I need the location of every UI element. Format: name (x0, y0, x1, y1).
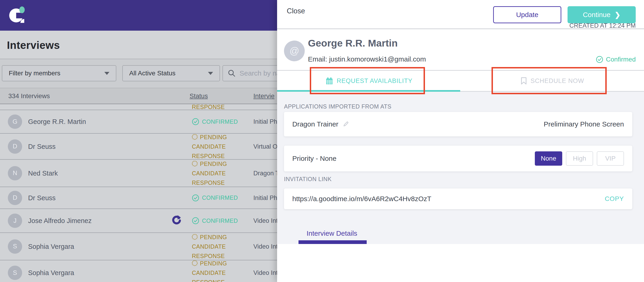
table-row[interactable]: G George R.R. Martin CONFIRMED Initial P… (0, 110, 278, 134)
chevron-right-icon: ❯ (614, 11, 620, 19)
interviews-page: Interviews Filter by members All Active … (0, 0, 278, 282)
candidate-name: Dr Seuss (28, 142, 56, 150)
interview-type: Initial Pho (253, 118, 278, 125)
filter-status-label: All Active Status (129, 70, 176, 77)
priority-label: Priority - None (292, 154, 336, 162)
tab-interview-details[interactable]: Interview Details (306, 230, 357, 237)
avatar: G (8, 114, 22, 129)
invitation-link-card: https://a.goodtime.io/m/6vA6R2wC4Hv8zOzT… (284, 188, 632, 209)
interview-type: Virtual O (253, 143, 278, 150)
table-row[interactable]: J Jose Alfredo Jimenez CONFIRMED Video I… (0, 209, 278, 233)
app-header-bar (0, 0, 278, 31)
status-pending: PENDING CANDIDATE RESPONSE (192, 160, 238, 187)
check-circle-icon (192, 194, 199, 202)
goodtime-logo-icon (9, 6, 27, 24)
filter-bar: Filter by members All Active Status Sear… (0, 60, 278, 88)
annotation-box-schedule-now (492, 67, 607, 94)
confirmed-badge: Confirmed (596, 56, 636, 63)
interview-type: Video Int (253, 217, 278, 224)
interviews-table-header: 334 Interviews Status Intervie (0, 88, 278, 104)
chevron-down-icon (104, 72, 110, 75)
search-icon (228, 69, 236, 78)
pending-spinner-icon (192, 234, 198, 240)
close-button[interactable]: Close (287, 7, 305, 15)
candidate-name: Jose Alfredo Jimenez (28, 217, 92, 225)
update-button[interactable]: Update (493, 6, 561, 23)
check-circle-icon (192, 217, 199, 224)
copy-link-button[interactable]: COPY (605, 195, 624, 202)
edit-pencil-icon[interactable] (342, 121, 349, 128)
column-header-status[interactable]: Status (190, 92, 208, 100)
candidate-name: Sophia Vergara (28, 269, 74, 277)
continue-label: Continue (583, 11, 610, 19)
status-pending: RESPONSE (192, 104, 238, 110)
filter-members-label: Filter by members (9, 70, 60, 77)
table-row[interactable]: N Ned Stark PENDING CANDIDATE RESPONSE D… (0, 160, 278, 187)
annotation-box-request-availability (310, 67, 425, 94)
avatar: S (8, 266, 22, 280)
search-placeholder: Search by nam (240, 69, 278, 77)
candidate-name: Ned Stark (28, 169, 58, 177)
table-row[interactable]: S Sophia Vergara PENDING CANDIDATE RESPO… (0, 260, 278, 282)
interview-type: Initial Ph (253, 194, 277, 201)
priority-card: Priority - None None High VIP (284, 146, 632, 172)
interview-details-underline (298, 240, 367, 244)
interview-type: Video Int (253, 243, 278, 250)
table-row[interactable]: D Dr Seuss PENDING CANDIDATE RESPONSE Vi… (0, 134, 278, 160)
candidate-detail-panel: Close Update Continue ❯ @ George R.R. Ma… (277, 0, 644, 282)
search-input[interactable]: Search by nam (222, 65, 278, 81)
table-row[interactable]: RESPONSE (0, 104, 278, 110)
interview-details-section: Dragon Trainer - Preliminary Phone Scre.… (277, 244, 644, 282)
candidate-name: Sophia Vergara (28, 242, 74, 250)
avatar: J (8, 214, 22, 228)
interview-type: Dragon T (253, 170, 278, 177)
status-confirmed: CONFIRMED (192, 118, 238, 125)
table-row[interactable]: S Sophia Vergara PENDING CANDIDATE RESPO… (0, 233, 278, 260)
candidate-avatar: @ (284, 40, 305, 61)
page-title: Interviews (7, 39, 60, 52)
priority-vip-button[interactable]: VIP (597, 151, 624, 166)
filter-status-select[interactable]: All Active Status (122, 65, 220, 81)
invitation-url: https://a.goodtime.io/m/6vA6R2wC4Hv8zOzT (292, 195, 432, 203)
table-row[interactable]: D Dr Seuss CONFIRMED Initial Ph (0, 187, 278, 209)
candidate-email: Email: justin.komorowski1@gmail.com (308, 55, 426, 63)
status-confirmed: CONFIRMED (192, 217, 238, 224)
continue-button[interactable]: Continue ❯ (568, 6, 636, 23)
created-at-label: CREATED AT 12:24 PM (569, 22, 636, 29)
interview-type: Video Int (253, 269, 278, 276)
avatar: N (8, 166, 22, 180)
refresh-icon (171, 215, 182, 226)
candidate-full-name: George R.R. Martin (308, 38, 398, 49)
avatar: S (8, 240, 22, 254)
status-pending: PENDING CANDIDATE RESPONSE (192, 134, 238, 160)
interview-rows: RESPONSE G George R.R. Martin CONFIRMED … (0, 104, 278, 282)
invitation-link-label: INVITATION LINK (284, 176, 332, 182)
confirmed-label: Confirmed (606, 56, 636, 63)
avatar: D (8, 191, 22, 205)
pending-spinner-icon (192, 260, 198, 266)
ats-application-card: Dragon Trainer Preliminary Phone Screen (284, 112, 632, 136)
check-circle-icon (596, 56, 603, 63)
panel-body: APPLICATIONS IMPORTED FROM ATS Dragon Tr… (277, 92, 644, 244)
column-header-interview[interactable]: Intervie (253, 92, 274, 100)
filter-members-select[interactable]: Filter by members (2, 65, 116, 81)
priority-high-button[interactable]: High (566, 151, 593, 166)
candidate-name: George R.R. Martin (28, 118, 86, 126)
status-confirmed: CONFIRMED (192, 194, 238, 202)
job-title: Dragon Trainer (292, 120, 338, 128)
chevron-down-icon (208, 72, 213, 75)
pending-spinner-icon (192, 160, 198, 166)
interview-stage: Preliminary Phone Screen (544, 120, 624, 128)
ats-section-label: APPLICATIONS IMPORTED FROM ATS (284, 103, 391, 110)
avatar: D (8, 140, 22, 154)
status-pending: PENDING CANDIDATE RESPONSE (192, 233, 238, 260)
interviews-count: 334 Interviews (8, 92, 50, 100)
status-pending: PENDING CANDIDATE RESPONSE (192, 260, 238, 282)
page-title-bar: Interviews (0, 31, 278, 59)
pending-spinner-icon (192, 134, 198, 140)
candidate-name: Dr Seuss (28, 194, 56, 202)
check-circle-icon (192, 118, 199, 125)
priority-none-button[interactable]: None (535, 151, 562, 166)
